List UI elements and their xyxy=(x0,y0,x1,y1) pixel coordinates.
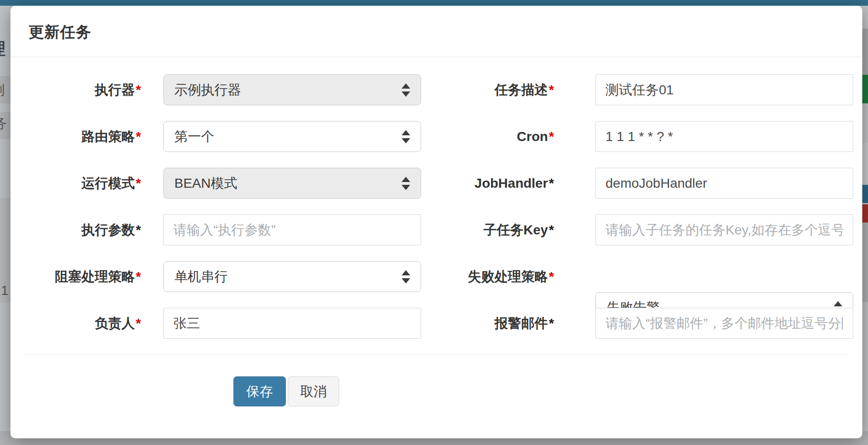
backdrop-left-strip: 理 例 务 1 xyxy=(0,6,10,438)
run-mode-label: 运行模式* xyxy=(10,168,141,199)
bg-text-fragment: 理 xyxy=(0,38,6,60)
save-button[interactable]: 保存 xyxy=(233,376,286,406)
bg-text-fragment: 1 xyxy=(1,283,9,298)
navbar-background xyxy=(0,0,868,6)
job-desc-field xyxy=(595,74,853,105)
jobhandler-input[interactable] xyxy=(595,168,853,199)
modal-footer: 保存 取消 xyxy=(10,376,862,406)
required-asterisk: * xyxy=(549,222,554,237)
required-asterisk: * xyxy=(549,269,554,284)
route-strategy-label: 路由策略* xyxy=(10,121,141,152)
alarm-email-label: 报警邮件* xyxy=(344,308,554,339)
cron-field xyxy=(595,121,853,152)
job-desc-input[interactable] xyxy=(595,74,853,105)
alarm-email-field xyxy=(595,308,853,339)
bg-text-fragment: 务 xyxy=(0,114,7,132)
footer-divider xyxy=(25,354,848,355)
bg-text-fragment: 例 xyxy=(0,81,5,99)
cancel-button[interactable]: 取消 xyxy=(288,376,339,406)
child-jobkey-label: 子任务Key* xyxy=(344,214,554,245)
cron-input[interactable] xyxy=(595,121,853,152)
required-asterisk: * xyxy=(136,129,141,144)
child-jobkey-field xyxy=(595,214,853,245)
form-row: 路由策略* 第一个 Cron* xyxy=(10,121,862,152)
required-asterisk: * xyxy=(136,82,141,97)
jobhandler-field xyxy=(595,168,853,199)
modal-title: 更新任务 xyxy=(10,6,862,43)
exec-param-label: 执行参数* xyxy=(10,214,141,245)
form-row: 运行模式* BEAN模式 JobHandler* xyxy=(10,168,862,199)
cron-label: Cron* xyxy=(344,121,554,152)
required-asterisk: * xyxy=(136,176,141,191)
job-desc-label: 任务描述* xyxy=(344,74,554,105)
form-row: 阻塞处理策略* 单机串行 失败处理策略* 失败告警 xyxy=(10,261,862,292)
owner-label: 负责人* xyxy=(10,308,141,339)
block-strategy-label: 阻塞处理策略* xyxy=(10,261,141,292)
alarm-email-input[interactable] xyxy=(595,308,853,339)
required-asterisk: * xyxy=(136,222,141,237)
jobhandler-label: JobHandler* xyxy=(344,168,554,199)
modal-body: 执行器* 示例执行器 任务描述* 路由策略* 第一个 Cron* xyxy=(10,57,862,406)
fail-strategy-label: 失败处理策略* xyxy=(344,261,554,292)
executor-label: 执行器* xyxy=(10,74,141,105)
required-asterisk: * xyxy=(549,82,554,97)
required-asterisk: * xyxy=(549,316,554,331)
required-asterisk: * xyxy=(136,269,141,284)
form-row: 负责人* 报警邮件* xyxy=(10,308,862,339)
child-jobkey-input[interactable] xyxy=(595,214,853,245)
required-asterisk: * xyxy=(549,176,554,191)
update-task-modal: 更新任务 执行器* 示例执行器 任务描述* 路由策略* 第一个 xyxy=(10,6,862,438)
required-asterisk: * xyxy=(136,316,141,331)
modal-header: 更新任务 xyxy=(10,6,862,57)
required-asterisk: * xyxy=(549,129,554,144)
form-row: 执行器* 示例执行器 任务描述* xyxy=(10,74,862,105)
page: 理 例 务 1 更新任务 执行器* 示例执行器 任务描述* xyxy=(0,0,868,445)
form-row: 执行参数* 子任务Key* xyxy=(10,214,862,245)
